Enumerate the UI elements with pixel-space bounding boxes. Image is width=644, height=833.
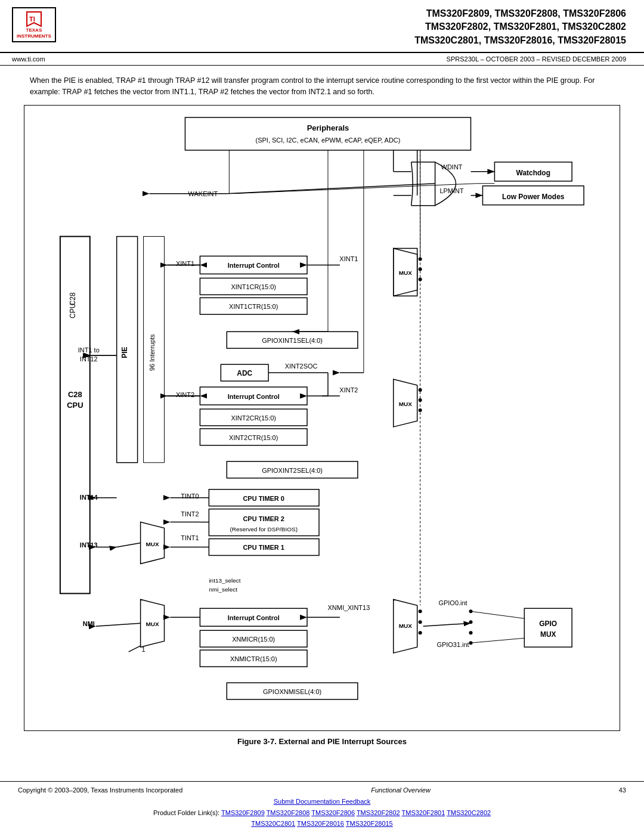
xint2-left-label: XINT2 [176,391,194,398]
diagram-svg: Peripherals (SPI, SCI, I2C, eCAN, ePWM, … [24,106,620,730]
footer: Copyright © 2003–2009, Texas Instruments… [0,781,644,833]
xint2soc-label: XINT2SOC [285,363,318,370]
page-number: 43 [619,786,626,794]
svg-text:TI: TI [29,16,35,23]
svg-line-82 [470,638,524,643]
product-folder-label: Product Folder Link(s): [153,809,219,816]
copyright-text: Copyright © 2003–2009, Texas Instruments… [18,786,182,794]
product-link-1[interactable]: TMS320F2809 [221,809,265,816]
logo-box: TI TEXASINSTRUMENTS [12,7,56,42]
gpio-mux-label2: MUX [540,630,556,639]
int1-int12-label: INT1 to [78,346,100,354]
gpioxint1sel-label: GPIOXINT1SEL(4:0) [262,337,323,344]
diagram-container: Peripherals (SPI, SCI, I2C, eCAN, ePWM, … [24,105,620,731]
svg-line-81 [470,611,524,618]
mux1-label: MUX [399,270,413,276]
wdint-label: WDINT [441,163,463,170]
xint2-right-label: XINT2 [339,386,358,394]
svg-point-72 [419,620,422,624]
page: TI TEXASINSTRUMENTS TMS320F2809, TMS320F… [0,0,644,833]
int13-label: INT13 [80,541,98,548]
c28-cpu-text: C28 [68,390,82,399]
mux4-label: MUX [145,621,159,627]
gpioxint2sel-label: GPIOXINT2SEL(4:0) [262,466,323,473]
xint1ctr-label: XINT1CTR(15:0) [229,303,278,310]
nmi-label: NMI [83,620,95,627]
interrupt-control-2: Interrupt Control [228,393,280,400]
product-link-2[interactable]: TMS320F2808 [267,809,310,816]
website: www.ti.com [12,55,45,63]
xint1-left-label: XINT1 [176,260,194,267]
xint2cr-label: XINT2CR(15:0) [231,414,276,422]
adc-label: ADC [237,369,252,377]
header-meta: www.ti.com SPRS230L – OCTOBER 2003 – REV… [0,53,644,66]
c28-cpu-label2: CPU [69,303,77,318]
main-title: TMS320F2809, TMS320F2808, TMS320F2806 TM… [414,7,626,47]
header: TI TEXASINSTRUMENTS TMS320F2809, TMS320F… [0,0,644,53]
peripherals-sub: (SPI, SCI, I2C, eCAN, ePWM, eCAP, eQEP, … [256,137,401,144]
gpio-mux-label: GPIO [539,620,557,628]
interrupt-control-3: Interrupt Control [228,614,280,621]
cpu-timer1-label: CPU TIMER 1 [243,544,284,551]
footer-links: Submit Documentation Feedback Product Fo… [18,796,626,829]
svg-point-79 [469,631,473,634]
logo-area: TI TEXASINSTRUMENTS [12,7,56,42]
intro-text: When the PIE is enabled, TRAP #1 through… [0,66,644,105]
tint1-label: TINT1 [181,534,199,541]
pie-label: PIE [120,346,129,358]
gpioxnmisel-label: GPIOXNMISEL(4:0) [263,688,321,695]
svg-point-73 [419,631,422,634]
xnmi-xint13-label: XNMI_XINT13 [328,604,370,611]
ti-flag-icon: TI [26,11,42,27]
cpu-timer2-sub: (Reserved for DSP/BIOS) [230,525,298,532]
gpio0-int-label: GPIO0.int [438,599,467,606]
product-link-3[interactable]: TMS320F2806 [311,809,355,816]
functional-overview: Functional Overview [371,786,431,794]
svg-text:INT12: INT12 [80,355,98,363]
logo-company-name: TEXASINSTRUMENTS [17,27,51,39]
svg-line-83 [423,623,471,626]
xnmictr-label: XNMICTR(15:0) [230,655,277,662]
svg-line-16 [227,183,435,193]
nmi-select-label: nmi_select [209,586,237,593]
c28-cpu-text2: CPU [67,401,83,410]
xint1cr-label: XINT1CR(15:0) [231,283,276,290]
tint0-label: TINT0 [181,492,199,499]
cpu-timer0-label: CPU TIMER 0 [243,494,284,501]
svg-line-62 [117,543,141,547]
mux5-label: MUX [399,623,413,629]
96-interrupts-label: 96 Interrupts [148,334,156,371]
submit-feedback-link[interactable]: Submit Documentation Feedback [274,798,371,805]
header-title: TMS320F2809, TMS320F2808, TMS320F2806 TM… [414,7,626,47]
product-link-7[interactable]: TMS320C2801 [251,820,295,827]
doc-ref: SPRS230L – OCTOBER 2003 – REVISED DECEMB… [447,55,626,63]
svg-line-64 [96,623,141,626]
mux3-label: MUX [145,540,159,547]
mux2-label: MUX [399,401,413,407]
one-label: 1 [142,646,145,653]
xnmicr-label: XNMICR(15:0) [232,636,275,643]
watchdog-label: Watchdog [516,168,550,176]
xint2ctr-label: XINT2CTR(15:0) [229,434,278,441]
product-link-6[interactable]: TMS320C2802 [447,809,491,816]
interrupt-control-1: Interrupt Control [228,262,280,269]
peripherals-label: Peripherals [307,123,349,132]
svg-point-71 [419,609,422,613]
cpu-timer2-label: CPU TIMER 2 [243,515,284,522]
int13-select-label: int13_select [209,577,240,584]
product-link-8[interactable]: TMS320F28016 [297,820,344,827]
product-link-5[interactable]: TMS320F2801 [402,809,445,816]
svg-rect-5 [185,117,470,150]
xint1-right-label: XINT1 [339,255,358,262]
figure-caption: Figure 3-7. External and PIE Interrupt S… [0,737,644,746]
product-link-9[interactable]: TMS320F28015 [346,820,393,827]
int14-label: INT14 [80,493,98,500]
svg-line-65 [129,646,141,652]
product-link-4[interactable]: TMS320F2802 [357,809,400,816]
footer-top: Copyright © 2003–2009, Texas Instruments… [18,786,626,794]
gpio31-int-label: GPIO31.int [436,641,469,648]
svg-rect-18 [60,236,90,593]
low-power-modes-label: Low Power Modes [502,192,565,200]
tint2-label: TINT2 [181,510,199,517]
